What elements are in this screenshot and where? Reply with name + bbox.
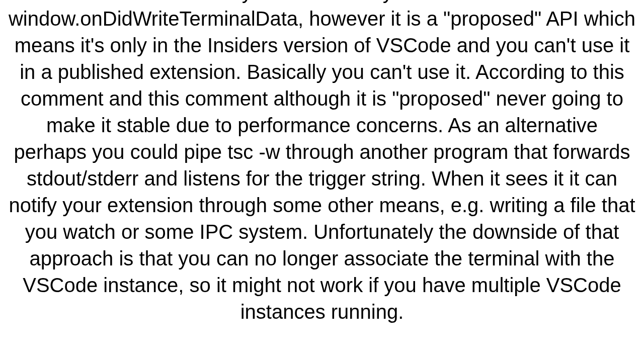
answer-body-text: Answer 1: Unfortunately there is no way.… [8, 0, 636, 325]
document-viewport: Answer 1: Unfortunately there is no way.… [0, 0, 644, 362]
